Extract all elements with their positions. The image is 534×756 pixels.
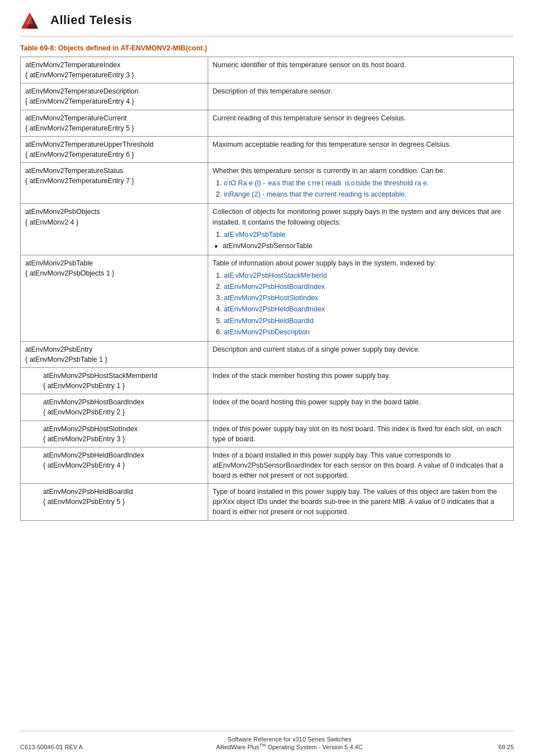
footer-left: C613-50046-01 REV A — [20, 744, 99, 750]
logo: Allied Telesis — [20, 10, 132, 30]
table-row: atEnvMonv2TemperatureUpperThreshold { at… — [21, 136, 514, 162]
table-row: atEnvMonv2TemperatureCurrent { atEnvMonv… — [21, 110, 514, 136]
table-cell-right: Maximum acceptable reading for this temp… — [208, 136, 513, 162]
table-cell-left: atEnvMonv2TemperatureStatus { atEnvMonv2… — [21, 163, 208, 204]
table-cell-right: Index of the stack member hosting this p… — [208, 368, 513, 394]
table-cell-left: atEnvMonv2PsbHeldBoardId { atEnvMonv2Psb… — [21, 484, 208, 520]
table-cell-right: Index of the board hosting this power su… — [208, 394, 513, 421]
table-row: atEnvMonv2PsbHeldBoardIndex { atEnvMonv2… — [21, 447, 514, 483]
table-title: Table 69-8: Objects deﬁned in AT-ENVMONV… — [20, 44, 514, 52]
table-cell-right: Description of this temperature sensor. — [208, 83, 513, 110]
table-cell-left: atEnvMonv2PsbHeldBoardIndex { atEnvMonv2… — [21, 447, 208, 483]
table-cell-right: Table of information about power supply … — [208, 255, 513, 341]
table-cell-right: Index of this power supply bay slot on i… — [208, 421, 513, 447]
main-table: atEnvMonv2TemperatureIndex { atEnvMonv2T… — [20, 57, 514, 521]
table-cell-right: Index of a board installed in this power… — [208, 447, 513, 483]
footer-center: Software Reference for x310 Series Switc… — [99, 736, 480, 750]
page-header: Allied Telesis — [20, 10, 514, 36]
logo-icon — [20, 10, 46, 30]
table-row: atEnvMonv2PsbObjects { atEnvMonv2 4 } Co… — [21, 204, 514, 255]
table-cell-left: atEnvMonv2PsbEntry { atEnvMonv2PsbTable … — [21, 341, 208, 367]
table-cell-right: Current reading of this temperature sens… — [208, 110, 513, 136]
table-cell-left: atEnvMonv2TemperatureDescription { atEnv… — [21, 83, 208, 110]
table-row: atEnvMonv2PsbHostBoardIndex { atEnvMonv2… — [21, 394, 514, 421]
logo-text: Allied Telesis — [50, 13, 132, 27]
table-row: atEnvMonv2TemperatureDescription { atEnv… — [21, 83, 514, 110]
table-cell-left: atEnvMonv2PsbHostBoardIndex { atEnvMonv2… — [21, 394, 208, 421]
table-cell-left: atEnvMonv2PsbHostSlotIndex { atEnvMonv2P… — [21, 421, 208, 447]
table-cell-left: atEnvMonv2PsbHostStackMemberId { atEnvMo… — [21, 368, 208, 394]
table-row: atEnvMonv2PsbHostStackMemberId { atEnvMo… — [21, 368, 514, 394]
table-cell-left: atEnvMonv2TemperatureUpperThreshold { at… — [21, 136, 208, 162]
table-row: atEnvMonv2PsbTable { atEnvMonv2PsbObject… — [21, 255, 514, 341]
table-row: atEnvMonv2TemperatureStatus { atEnvMonv2… — [21, 163, 514, 204]
table-row: atEnvMonv2PsbEntry { atEnvMonv2PsbTable … — [21, 341, 514, 367]
page: Allied Telesis Table 69-8: Objects deﬁne… — [0, 0, 534, 756]
table-cell-left: atEnvMonv2PsbObjects { atEnvMonv2 4 } — [21, 204, 208, 255]
table-cell-left: atEnvMonv2PsbTable { atEnvMonv2PsbObject… — [21, 255, 208, 341]
table-cell-right: Type of board installed in this power su… — [208, 484, 513, 520]
table-cell-right: Numeric identifier of this temperature s… — [208, 57, 513, 83]
page-footer: C613-50046-01 REV A Software Reference f… — [20, 731, 514, 756]
table-cell-left: atEnvMonv2TemperatureCurrent { atEnvMonv… — [21, 110, 208, 136]
table-cell-right: Collection of objects for monitoring pow… — [208, 204, 513, 255]
table-row: atEnvMonv2PsbHeldBoardId { atEnvMonv2Psb… — [21, 484, 514, 520]
table-row: atEnvMonv2PsbHostSlotIndex { atEnvMonv2P… — [21, 421, 514, 447]
table-cell-right: Whether this temperature sensor is curre… — [208, 163, 513, 204]
footer-right: 69.25 — [480, 744, 514, 750]
table-cell-left: atEnvMonv2TemperatureIndex { atEnvMonv2T… — [21, 57, 208, 83]
table-row: atEnvMonv2TemperatureIndex { atEnvMonv2T… — [21, 57, 514, 83]
table-cell-right: Description and current status of a sing… — [208, 341, 513, 367]
